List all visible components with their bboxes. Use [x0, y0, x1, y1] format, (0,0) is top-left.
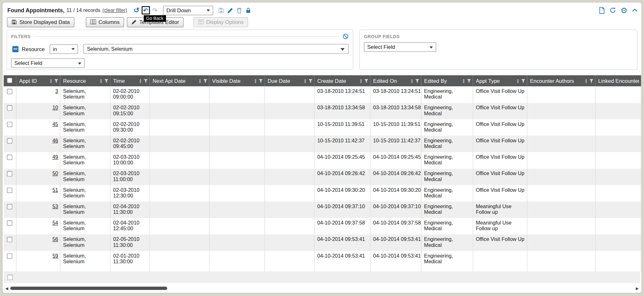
column-header-appt-id[interactable]: Appt ID ▲▼ [16, 75, 60, 86]
cell-linked-encounters [595, 103, 641, 119]
disable-filters-icon[interactable] [342, 33, 349, 40]
go-back-button[interactable]: ↶ Go Back [142, 6, 150, 14]
filters-panel: FILTERS Resource in Selenium, Selenium S… [7, 30, 353, 70]
drill-down-select[interactable]: Drill Down [163, 6, 213, 15]
cell-time: 02-02-2010 09:00:00 [110, 86, 149, 103]
appt-id-link[interactable]: 3 [55, 88, 58, 94]
scroll-right-arrow[interactable]: ▶ [635, 285, 640, 291]
filter-funnel-icon[interactable] [308, 79, 312, 83]
group-fields-title: GROUP FIELDS [364, 34, 400, 39]
column-header-edited-on[interactable]: Edited On ▲▼ [370, 75, 421, 86]
sort-icon[interactable]: ▲▼ [139, 78, 142, 83]
appt-id-link[interactable]: 49 [53, 154, 58, 160]
sort-icon[interactable]: ▲▼ [199, 78, 202, 83]
undo-button[interactable]: ↺ [134, 7, 140, 14]
row-checkbox[interactable] [7, 105, 13, 111]
lock-record-button[interactable] [245, 7, 252, 14]
column-header-visible-date[interactable]: Visible Date ▲▼ [209, 75, 264, 86]
row-checkbox[interactable] [7, 188, 13, 193]
delete-record-button[interactable] [236, 7, 242, 14]
row-checkbox[interactable] [7, 253, 13, 259]
sort-icon[interactable]: ▲▼ [517, 78, 519, 83]
column-header-next-apt-date[interactable]: Next Apt Date ▲▼ [149, 75, 209, 86]
row-checkbox[interactable] [7, 204, 13, 209]
appt-id-link[interactable]: 45 [53, 121, 58, 127]
filter-funnel-icon[interactable] [521, 79, 525, 83]
clear-filter-link[interactable]: (clear filter) [103, 8, 127, 13]
columns-label: Columns [98, 19, 119, 25]
column-header-encounter-authors[interactable]: Encounter Authors ▲▼ [527, 75, 595, 86]
save-record-button[interactable] [218, 7, 225, 14]
horizontal-scrollbar[interactable]: ◀ ▶ [4, 285, 640, 291]
scroll-left-arrow[interactable]: ◀ [4, 285, 9, 291]
filter-drag-handle-icon[interactable] [12, 46, 19, 52]
filter-operator-select[interactable]: in [50, 44, 78, 54]
refresh-button[interactable] [609, 7, 616, 14]
cell-next-apt-date [149, 202, 209, 218]
sort-icon[interactable]: ▲▼ [254, 78, 257, 83]
column-header-create-date[interactable]: Create Date ▲▼ [314, 75, 370, 86]
row-checkbox[interactable] [7, 138, 13, 144]
row-checkbox[interactable] [7, 155, 13, 160]
appt-id-link[interactable]: 46 [53, 138, 58, 144]
cell-edited-by: Engineering, Medical [421, 86, 473, 103]
columns-button[interactable]: Columns [86, 17, 124, 27]
column-header-due-date[interactable]: Due Date ▲▼ [264, 75, 314, 86]
cell-visible-date [209, 251, 264, 271]
sort-icon[interactable]: ▲▼ [462, 78, 465, 83]
page: Found Appointments, 11 / 14 records (cle… [0, 0, 644, 296]
edit-record-button[interactable] [227, 7, 234, 14]
filter-funnel-icon[interactable] [589, 79, 593, 83]
appt-id-link[interactable]: 54 [53, 220, 58, 226]
sort-icon[interactable]: ▲▼ [585, 78, 587, 83]
collapse-button[interactable] [632, 9, 637, 12]
scrollbar-track[interactable] [9, 286, 635, 290]
column-header-time[interactable]: Time ▲▼ [110, 75, 149, 86]
column-header-appt-type[interactable]: Appt Type ▲▼ [473, 75, 527, 86]
table-row: 53 Selenium, Selenium 02-04-2010 11:30:0… [4, 202, 641, 218]
filter-funnel-icon[interactable] [143, 79, 147, 83]
filter-value-combo[interactable]: Selenium, Selenium [83, 44, 349, 54]
sort-icon[interactable]: ▲▼ [100, 78, 103, 83]
row-checkbox[interactable] [7, 237, 13, 242]
appt-id-link[interactable]: 59 [53, 253, 58, 259]
row-checkbox[interactable] [7, 171, 13, 176]
new-document-button[interactable] [599, 7, 605, 14]
new-row-checkbox[interactable] [8, 275, 13, 280]
column-header-resource[interactable]: Resource ▲▼ [60, 75, 110, 86]
group-select-field[interactable]: Select Field [364, 43, 436, 52]
appt-id-link[interactable]: 10 [53, 105, 58, 111]
filter-funnel-icon[interactable] [364, 79, 368, 83]
filter-funnel-icon[interactable] [203, 79, 207, 83]
cell-linked-encounters [595, 185, 641, 202]
store-displayed-data-button[interactable]: Store Displayed Data [7, 17, 74, 27]
filters-title: FILTERS [11, 34, 31, 39]
appt-id-link[interactable]: 50 [53, 171, 58, 176]
sort-icon[interactable]: ▲▼ [411, 78, 414, 83]
filter-funnel-icon[interactable] [467, 79, 471, 83]
cell-appt-type: Office Visit Follow Up [473, 103, 527, 119]
sort-icon[interactable]: ▲▼ [49, 78, 52, 83]
appt-id-link[interactable]: 56 [53, 236, 58, 242]
filter-funnel-icon[interactable] [415, 79, 419, 83]
appt-id-link[interactable]: 53 [53, 204, 58, 209]
filter-funnel-icon[interactable] [258, 79, 263, 83]
select-all-checkbox[interactable] [7, 77, 13, 83]
appt-id-link[interactable]: 51 [53, 187, 58, 193]
cell-encounter-authors [527, 251, 595, 271]
sort-icon[interactable]: ▲▼ [304, 78, 307, 83]
row-checkbox[interactable] [7, 220, 13, 226]
filters-select-field[interactable]: Select Field [11, 58, 85, 68]
row-checkbox[interactable] [7, 122, 13, 127]
sort-icon[interactable]: ▲▼ [360, 78, 363, 83]
filter-funnel-icon[interactable] [54, 79, 58, 83]
column-header-edited-by[interactable]: Edited By ▲▼ [421, 75, 473, 86]
go-forward-button[interactable]: ↷ [152, 7, 157, 14]
column-header-linked-encounters[interactable]: Linked Encounters [595, 75, 641, 86]
cell-encounter-authors [527, 169, 595, 185]
column-label: Edited On [373, 78, 409, 84]
settings-button[interactable]: ⚙ [620, 6, 627, 14]
scrollbar-thumb[interactable] [10, 287, 167, 290]
filter-funnel-icon[interactable] [104, 79, 108, 83]
row-checkbox[interactable] [7, 89, 13, 94]
